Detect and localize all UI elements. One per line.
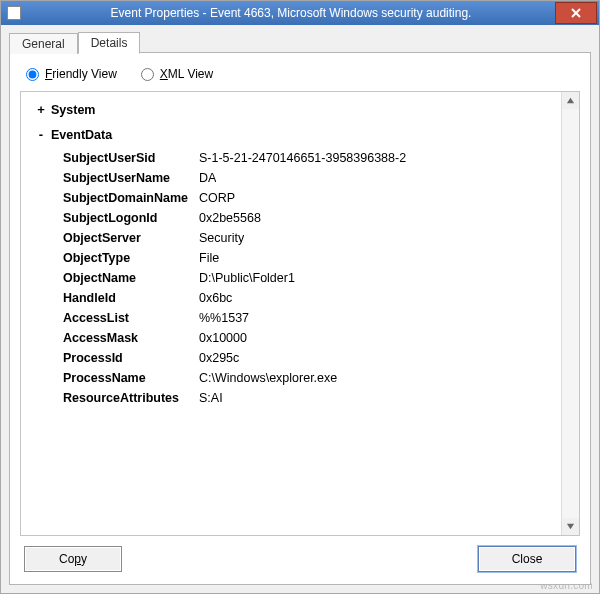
friendly-view-label: Friendly View bbox=[45, 67, 117, 81]
chevron-down-icon bbox=[566, 522, 575, 531]
field-key: HandleId bbox=[63, 288, 199, 308]
dialog-footer: Copy Close bbox=[20, 536, 580, 574]
tabstrip: General Details bbox=[9, 31, 591, 53]
field-row: HandleId0x6bc bbox=[63, 288, 559, 308]
titlebar[interactable]: Event Properties - Event 4663, Microsoft… bbox=[1, 1, 599, 25]
scroll-up-button[interactable] bbox=[562, 92, 579, 109]
view-mode-group: Friendly View XML View bbox=[20, 63, 580, 91]
field-value: S:AI bbox=[199, 388, 223, 408]
svg-marker-3 bbox=[567, 524, 574, 529]
field-key: ProcessId bbox=[63, 348, 199, 368]
details-panel: Friendly View XML View + System - EventD… bbox=[9, 52, 591, 585]
field-key: ProcessName bbox=[63, 368, 199, 388]
field-key: AccessList bbox=[63, 308, 199, 328]
field-value: 0x2be5568 bbox=[199, 208, 261, 228]
field-value: 0x10000 bbox=[199, 328, 247, 348]
friendly-view-option[interactable]: Friendly View bbox=[26, 67, 117, 81]
event-properties-window: Event Properties - Event 4663, Microsoft… bbox=[0, 0, 600, 594]
xml-view-option[interactable]: XML View bbox=[141, 67, 213, 81]
field-value: CORP bbox=[199, 188, 235, 208]
field-row: ObjectServerSecurity bbox=[63, 228, 559, 248]
event-details-content: + System - EventData SubjectUserSidS-1-5… bbox=[20, 91, 580, 536]
field-value: %%1537 bbox=[199, 308, 249, 328]
field-value: Security bbox=[199, 228, 244, 248]
eventdata-node-label: EventData bbox=[51, 125, 112, 145]
field-value: C:\Windows\explorer.exe bbox=[199, 368, 337, 388]
field-row: ProcessNameC:\Windows\explorer.exe bbox=[63, 368, 559, 388]
app-icon bbox=[7, 6, 21, 20]
eventdata-node[interactable]: - EventData bbox=[35, 125, 559, 146]
field-row: ResourceAttributesS:AI bbox=[63, 388, 559, 408]
field-row: AccessMask0x10000 bbox=[63, 328, 559, 348]
field-row: ProcessId0x295c bbox=[63, 348, 559, 368]
svg-marker-2 bbox=[567, 98, 574, 103]
close-button[interactable]: Close bbox=[478, 546, 576, 572]
scroll-track[interactable] bbox=[562, 109, 579, 518]
plus-icon[interactable]: + bbox=[35, 100, 47, 121]
field-key: ObjectServer bbox=[63, 228, 199, 248]
xml-view-radio[interactable] bbox=[141, 68, 154, 81]
close-icon bbox=[571, 8, 581, 18]
scroll-down-button[interactable] bbox=[562, 518, 579, 535]
eventdata-fields: SubjectUserSidS-1-5-21-2470146651-395839… bbox=[63, 148, 559, 408]
friendly-view-radio[interactable] bbox=[26, 68, 39, 81]
field-row: AccessList%%1537 bbox=[63, 308, 559, 328]
field-key: SubjectLogonId bbox=[63, 208, 199, 228]
field-key: AccessMask bbox=[63, 328, 199, 348]
field-row: SubjectUserNameDA bbox=[63, 168, 559, 188]
field-row: SubjectLogonId0x2be5568 bbox=[63, 208, 559, 228]
field-key: SubjectUserName bbox=[63, 168, 199, 188]
client-area: General Details Friendly View XML View +… bbox=[1, 25, 599, 593]
system-node-label: System bbox=[51, 100, 95, 120]
system-node[interactable]: + System bbox=[35, 100, 559, 121]
field-row: ObjectNameD:\Public\Folder1 bbox=[63, 268, 559, 288]
field-value: 0x6bc bbox=[199, 288, 232, 308]
field-row: ObjectTypeFile bbox=[63, 248, 559, 268]
tab-details[interactable]: Details bbox=[78, 32, 141, 54]
field-key: SubjectDomainName bbox=[63, 188, 199, 208]
window-title: Event Properties - Event 4663, Microsoft… bbox=[27, 6, 555, 20]
field-key: ObjectType bbox=[63, 248, 199, 268]
field-key: ObjectName bbox=[63, 268, 199, 288]
minus-icon[interactable]: - bbox=[35, 125, 47, 146]
field-value: D:\Public\Folder1 bbox=[199, 268, 295, 288]
chevron-up-icon bbox=[566, 96, 575, 105]
field-value: S-1-5-21-2470146651-3958396388-2 bbox=[199, 148, 406, 168]
field-value: 0x295c bbox=[199, 348, 239, 368]
field-key: SubjectUserSid bbox=[63, 148, 199, 168]
tab-general[interactable]: General bbox=[9, 33, 78, 54]
close-button-label: Close bbox=[512, 552, 543, 566]
copy-button[interactable]: Copy bbox=[24, 546, 122, 572]
field-row: SubjectDomainNameCORP bbox=[63, 188, 559, 208]
field-row: SubjectUserSidS-1-5-21-2470146651-395839… bbox=[63, 148, 559, 168]
vertical-scrollbar[interactable] bbox=[561, 92, 579, 535]
field-value: DA bbox=[199, 168, 216, 188]
xml-view-label: XML View bbox=[160, 67, 213, 81]
close-window-button[interactable] bbox=[555, 2, 597, 24]
field-value: File bbox=[199, 248, 219, 268]
field-key: ResourceAttributes bbox=[63, 388, 199, 408]
